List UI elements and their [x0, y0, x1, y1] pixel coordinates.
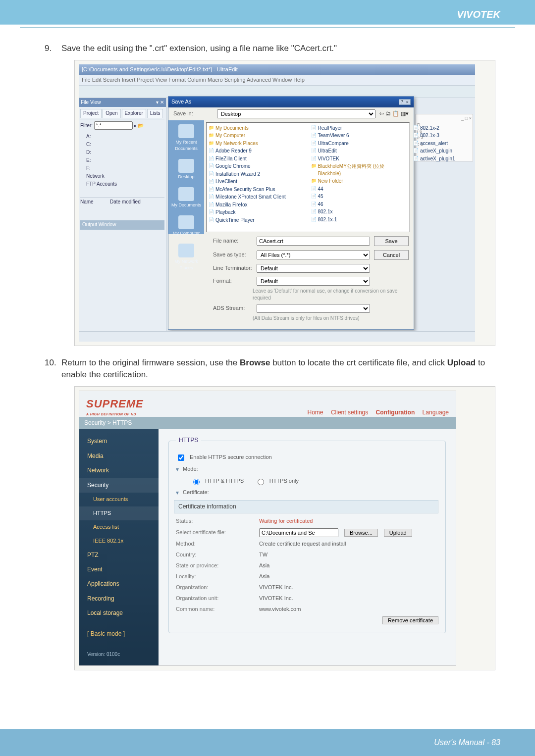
side-basic-mode[interactable]: [ Basic mode ] [79, 627, 159, 641]
nav-language[interactable]: Language [423, 409, 449, 416]
fl-4[interactable]: FileZilla Client [209, 155, 305, 163]
side-media[interactable]: Media [79, 449, 159, 463]
ue-tab-open[interactable]: Open [103, 109, 120, 118]
nav-home[interactable]: Home [308, 409, 323, 416]
side-network[interactable]: Network [79, 463, 159, 478]
save-as-file-list[interactable]: My Documents My Computer My Network Plac… [206, 122, 410, 232]
place-recent[interactable]: My Recent Documents [175, 140, 198, 151]
enable-https-label: Enable HTTPS secure connection [190, 454, 272, 461]
fr-0[interactable]: UltraCompare [311, 140, 408, 148]
ue-doc-stub-buttons[interactable]: _ □ × [417, 115, 472, 122]
nav-configuration[interactable]: Configuration [376, 409, 415, 416]
ue-drive-d[interactable]: D: [80, 149, 164, 156]
fl-14[interactable]: TeamViewer 6 [311, 132, 408, 140]
fr-2[interactable]: VIVOTEK [311, 155, 408, 163]
ue-ftp[interactable]: FTP Accounts [80, 180, 164, 188]
side-local-storage[interactable]: Local storage [79, 606, 159, 620]
row-org-value: VIVOTEK Inc. [259, 584, 293, 592]
cancel-button[interactable]: Cancel [374, 250, 409, 260]
place-mynet[interactable]: My Network Places [174, 259, 198, 270]
fl-1[interactable]: My Computer [209, 132, 305, 140]
mynet-icon[interactable] [178, 244, 194, 257]
desktop-icon[interactable] [178, 159, 194, 173]
fl-0[interactable]: My Documents [209, 125, 305, 133]
fl-9[interactable]: Milestone XProtect Smart Client [209, 194, 305, 202]
fr-7[interactable]: 46 [311, 201, 408, 209]
lineterm-select[interactable]: Default [257, 264, 370, 273]
upload-button[interactable]: Upload [384, 529, 412, 537]
remove-certificate-button[interactable]: Remove certificate [382, 616, 438, 624]
fr-8[interactable]: 802.1x [311, 208, 408, 216]
mode-https-only-radio[interactable] [258, 479, 264, 485]
fr-14[interactable]: activeX_plugin1 [413, 155, 510, 163]
place-desktop[interactable]: Desktop [178, 174, 194, 179]
nav-client-settings[interactable]: Client settings [331, 409, 368, 416]
mode-http-https-radio[interactable] [193, 479, 200, 485]
ue-filter-input[interactable] [94, 121, 133, 130]
certificate-path-input[interactable] [259, 528, 338, 537]
filename-input[interactable] [257, 237, 370, 246]
side-applications[interactable]: Applications [79, 577, 159, 591]
side-system[interactable]: System [79, 434, 159, 449]
fr-9[interactable]: 802.1x-1 [311, 216, 408, 224]
place-mycomp[interactable]: My Computer [173, 231, 200, 236]
savein-toolbar-icons[interactable]: ⇦ 🗂 📋 ▥▾ [379, 110, 409, 118]
side-user-accounts[interactable]: User accounts [79, 493, 159, 506]
side-ptz[interactable]: PTZ [79, 548, 159, 562]
fr-12[interactable]: access_alert [413, 140, 510, 148]
format-select[interactable]: Default [257, 277, 370, 286]
fl-8[interactable]: McAfee Security Scan Plus [209, 186, 305, 194]
side-https[interactable]: HTTPS [79, 506, 159, 520]
save-as-close-icon[interactable]: ? × [398, 98, 411, 106]
ue-drive-tree[interactable]: A: C: D: E: F: Network FTP Accounts [80, 133, 164, 188]
fl-13[interactable]: RealPlayer [311, 125, 408, 133]
fl-11[interactable]: Playback [209, 209, 305, 217]
side-security[interactable]: Security [79, 478, 159, 493]
fr-10[interactable]: 802.1x-2 [413, 125, 510, 133]
figure-firmware-https: SUPREME A HIGH DEFINITION OF HD Home Cli… [74, 386, 495, 670]
enable-https-checkbox[interactable] [178, 454, 184, 461]
ue-tab-project[interactable]: Project [80, 109, 102, 118]
ue-drive-c[interactable]: C: [80, 141, 164, 149]
places-bar[interactable]: My Recent Documents Desktop My Documents… [168, 120, 204, 234]
savetype-select[interactable]: All Files (*.*) [257, 251, 370, 259]
fr-3[interactable]: BlackholeMY公用資料夾 (位於 Blackhole) [311, 163, 408, 178]
ue-col-name: Name [80, 199, 110, 206]
save-button[interactable]: Save [374, 236, 409, 246]
savein-select[interactable]: Desktop [217, 109, 375, 118]
side-ieee8021x[interactable]: IEEE 802.1x [79, 534, 159, 548]
fr-1[interactable]: UltraEdit [311, 148, 408, 155]
fl-7[interactable]: LiveClient [209, 178, 305, 186]
fl-10[interactable]: Mozilla Firefox [209, 202, 305, 209]
browse-button[interactable]: Browse... [344, 529, 378, 537]
ads-select[interactable] [257, 304, 370, 313]
fl-5[interactable]: Google Chrome [209, 163, 305, 171]
place-mydocs[interactable]: My Documents [171, 202, 201, 207]
fl-6[interactable]: Installation Wizard 2 [209, 171, 305, 179]
step-10-text-a: Return to the original firmware session,… [61, 358, 240, 367]
fr-4[interactable]: New Folder [311, 178, 408, 186]
ue-panel-pin-icon[interactable]: ▾ ✕ [156, 99, 164, 106]
mydocs-icon[interactable] [178, 187, 194, 201]
fr-5[interactable]: 44 [311, 186, 408, 194]
ue-drive-a[interactable]: A: [80, 133, 164, 141]
ue-drive-e[interactable]: E: [80, 156, 164, 164]
side-event[interactable]: Event [79, 562, 159, 577]
side-access-list[interactable]: Access list [79, 520, 159, 534]
ue-panel-tabs[interactable]: ProjectOpenExplorerLists [80, 108, 164, 119]
fr-6[interactable]: 45 [311, 193, 408, 201]
fl-12[interactable]: QuickTime Player [209, 217, 305, 225]
ue-drive-f[interactable]: F: [80, 164, 164, 172]
fl-3[interactable]: Adobe Reader 9 [209, 148, 305, 155]
fl-2[interactable]: My Network Places [209, 140, 305, 148]
recent-icon[interactable] [178, 124, 194, 138]
side-recording[interactable]: Recording [79, 592, 159, 606]
fr-13[interactable]: activeX_plugin [413, 148, 510, 155]
mycomp-icon[interactable] [178, 215, 194, 229]
ue-menubar[interactable]: File Edit Search Insert Project View For… [79, 75, 475, 85]
ue-tab-lists[interactable]: Lists [147, 109, 163, 118]
ue-network[interactable]: Network [80, 172, 164, 180]
ue-tab-explorer[interactable]: Explorer [122, 109, 146, 118]
fr-11[interactable]: 802.1x-3 [413, 132, 510, 140]
ue-filter-go-icon[interactable]: ▸ 📂 [134, 123, 144, 128]
